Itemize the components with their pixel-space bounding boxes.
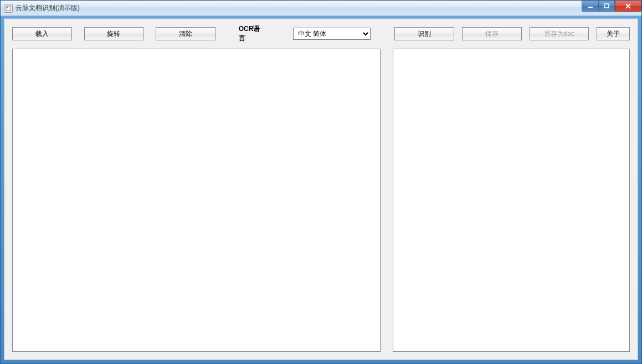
recognize-button[interactable]: 识别 <box>394 27 454 40</box>
app-icon <box>4 4 13 13</box>
client-area: 载入 旋转 清除 OCR语言 中文 简体 识别 保存 另存为doc 关于 <box>4 18 638 360</box>
panes <box>12 49 630 352</box>
app-window: 云脉文档识别(演示版) 载入 旋转 清除 OCR语言 中文 简体 <box>0 0 642 364</box>
text-output-wrapper <box>393 49 630 352</box>
maximize-button[interactable] <box>598 1 615 12</box>
close-button[interactable] <box>615 1 641 12</box>
save-button[interactable]: 保存 <box>462 27 522 40</box>
about-button[interactable]: 关于 <box>597 27 630 40</box>
svg-rect-2 <box>588 7 593 8</box>
text-output[interactable] <box>393 49 630 352</box>
image-preview-pane <box>12 49 381 352</box>
save-as-doc-button[interactable]: 另存为doc <box>530 27 589 40</box>
ocr-language-label: OCR语言 <box>239 24 267 43</box>
close-icon <box>625 3 631 9</box>
titlebar[interactable]: 云脉文档识别(演示版) <box>1 1 641 16</box>
clear-button[interactable]: 清除 <box>156 27 215 40</box>
rotate-button[interactable]: 旋转 <box>84 27 144 40</box>
svg-rect-1 <box>7 7 8 8</box>
maximize-icon <box>604 3 609 9</box>
minimize-button[interactable] <box>582 1 598 12</box>
window-title: 云脉文档识别(演示版) <box>16 3 80 13</box>
minimize-icon <box>588 3 593 9</box>
svg-rect-3 <box>604 4 609 8</box>
toolbar: 载入 旋转 清除 OCR语言 中文 简体 识别 保存 另存为doc 关于 <box>12 27 630 41</box>
load-button[interactable]: 载入 <box>12 27 72 40</box>
window-controls <box>582 1 641 12</box>
ocr-language-select[interactable]: 中文 简体 <box>293 28 371 40</box>
